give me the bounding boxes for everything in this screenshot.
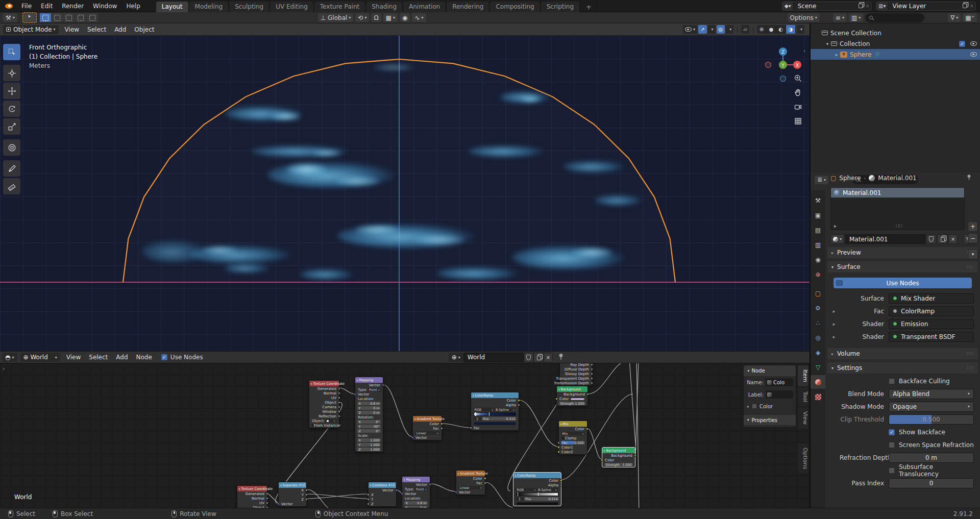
number-field-y[interactable]: Y1.000 [355,442,383,447]
tool-cursor[interactable] [3,65,20,81]
socket-r[interactable] [440,423,444,426]
outliner-row-sphere[interactable]: ▸▼Sphere▽ [811,49,980,60]
custom-color-checkbox[interactable] [752,404,757,409]
socket-r[interactable] [560,484,563,487]
socket-l[interactable] [367,493,370,497]
socket-l[interactable] [367,498,370,501]
node-name-field[interactable]: Colo [766,378,793,386]
blend-mode-dropdown[interactable]: Alpha Blend▾ [889,389,974,399]
world-datablock-name[interactable]: World [463,353,524,362]
properties-tab-material[interactable] [811,375,825,389]
node-panel-header[interactable]: ▾Node [744,365,796,376]
tab-layout[interactable]: Layout [156,2,189,12]
node-mapping[interactable]: ▾MappingVectorType:Point▾VectorLocation:… [402,476,430,508]
dropdown-pair[interactable]: RGB▾B-Spline▾ [513,487,561,492]
number-field-z[interactable]: Z0° [355,429,383,433]
node-gradient-texture[interactable]: ▾Gradient TextureColorFacLinear▾Vector [412,415,442,440]
properties-tab-scene[interactable]: ◉ [811,253,825,266]
properties-tab-render[interactable]: ▣ [811,208,825,222]
socket-r[interactable] [382,384,385,387]
node-background[interactable]: ▾BackgroundBackgroundColorStrength1.000 [602,447,635,467]
socket-r[interactable] [338,401,341,404]
number-field-x[interactable]: X1.000 [355,438,383,442]
ramp-stop-settings[interactable]: 2Pos0.515 [471,416,519,421]
socket-r[interactable] [338,406,341,409]
sidebar-expand-arrow[interactable]: › [3,365,5,372]
new-view-layer-icon[interactable] [963,4,967,8]
sidebar-tab-item[interactable]: Item [798,365,808,386]
node-menu-view[interactable]: View [62,354,85,361]
tool-rotate[interactable] [3,101,20,117]
object-field[interactable]: Object:✎ [309,418,339,423]
slot-specials-dropdown[interactable]: ▾ [968,249,978,259]
socket-l[interactable] [354,393,357,396]
number-field-x[interactable]: X0° [355,419,383,424]
menu-window[interactable]: Window [88,0,121,12]
socket-r[interactable] [305,489,308,492]
socket-l[interactable] [557,441,560,444]
pass-index-field[interactable]: 0 [889,478,974,488]
checkbox-from-instancer[interactable]: From Instancer [309,423,339,428]
browse-material-dropdown[interactable]: ▾ [830,234,844,244]
dropdown-linear[interactable]: Linear▾ [456,485,485,490]
viewport-menu-object[interactable]: Object [130,26,158,33]
disclosure-arrow[interactable]: ▾ [824,41,831,46]
orthographic-grid-icon[interactable] [792,115,803,127]
refraction-depth-field[interactable]: 0 m [889,453,974,463]
unlink-datablock-icon[interactable]: × [544,353,553,362]
menu-edit[interactable]: Edit [36,0,57,12]
checkbox-screen-space-refraction[interactable] [889,442,895,448]
material-name-field[interactable]: Material.001 [845,234,925,244]
socket-r[interactable] [429,483,432,486]
socket-r[interactable] [266,492,269,496]
slider-strength[interactable]: Strength1.000 [557,401,587,406]
properties-tab-world[interactable]: ⊕ [811,267,825,281]
outliner-search[interactable] [865,13,924,22]
number-field-x[interactable]: X0.8 m [355,401,383,406]
tab-uv-editing[interactable]: UV Editing [270,2,314,12]
duplicate-material-icon[interactable] [937,234,947,244]
region-collapse-arrow[interactable]: ‹ [803,48,805,54]
shading-dropdown[interactable]: ▾ [797,25,804,34]
xray-toggle[interactable]: ▱ [741,25,749,34]
pin-id-icon[interactable] [966,174,972,182]
socket-l[interactable] [411,436,414,439]
proportional-editing-toggle[interactable]: ◉ [400,13,410,22]
socket-r[interactable] [338,392,341,395]
socket-l[interactable] [557,446,560,449]
node-separate-xyz[interactable]: ▾Separate XYZXYZVector [278,482,307,507]
tab-compositing[interactable]: Compositing [490,2,540,12]
node-menu-add[interactable]: Add [112,354,132,361]
tab-sculpting[interactable]: Sculpting [229,2,270,12]
tool-measure[interactable] [3,178,20,194]
select-mode-new[interactable] [40,13,51,22]
node-mapping[interactable]: ▾MappingVectorType:Point▾VectorLocation:… [355,377,383,452]
shader-link-colorramp[interactable]: ColorRamp [889,306,974,316]
ramp-stop-settings[interactable]: 1Pos0.514 [513,497,561,501]
socket-l[interactable] [455,491,458,494]
color-subpanel[interactable]: ▸Color [744,401,796,412]
socket-r[interactable] [591,363,594,366]
dropdown-point[interactable]: Type:Point▾ [355,387,383,392]
select-mode-invert[interactable] [75,13,86,22]
tool-select-box[interactable] [3,44,20,60]
material-slot-item[interactable]: Material.001 [831,188,964,197]
socket-r[interactable] [266,502,269,505]
properties-tab-physics[interactable]: ◎ [811,331,825,344]
dropdown-pair[interactable]: RGB▾B-Spline▾ [471,407,519,412]
gizmos-dropdown[interactable]: ▾ [708,25,716,34]
node-label-field[interactable] [766,390,793,399]
tool-annotate[interactable] [3,160,20,177]
transform-orientation[interactable]: ⊥ Global▾ [318,13,354,22]
socket-r[interactable] [591,382,594,385]
properties-tab-viewlayer[interactable]: ▥ [811,238,825,252]
slider-fac[interactable]: Fac0.500 [559,440,587,445]
outliner-display-mode[interactable]: ≡▾ [833,13,847,22]
clip-threshold-slider[interactable]: 0.500 [889,414,974,425]
sidebar-tab-view[interactable]: View [798,407,808,429]
checkbox-subsurface-translucency[interactable] [889,467,895,474]
tab-scripting[interactable]: Scripting [541,2,580,12]
zoom-icon[interactable] [792,72,803,84]
shader-link-transparent-bsdf[interactable]: Transparent BSDF [889,332,974,342]
show-object-types-dropdown[interactable]: ▾ [683,25,697,34]
